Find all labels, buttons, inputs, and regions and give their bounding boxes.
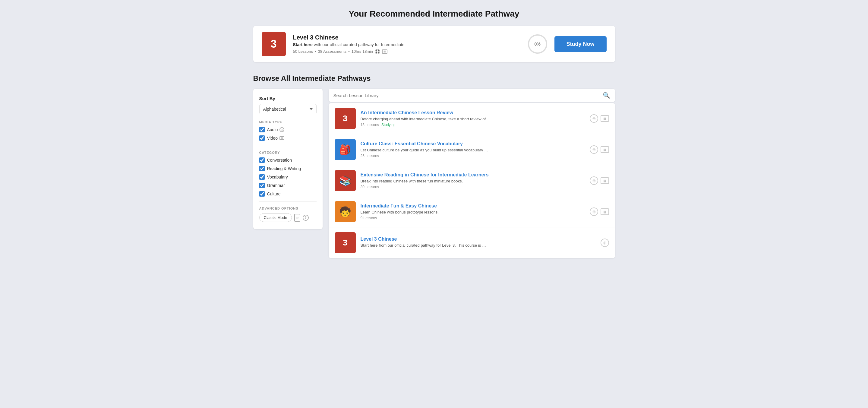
lesson-meta-0: 13 Lessons Studying <box>361 123 585 127</box>
video-checkbox[interactable] <box>259 135 265 141</box>
list-item: 🎒 Culture Class: Essential Chinese Vocab… <box>329 134 615 165</box>
conversation-label[interactable]: Conversation <box>267 158 292 162</box>
level-badge: 3 <box>262 32 286 56</box>
page-recommended-title: Your Recommended Intermediate Pathway <box>12 9 856 19</box>
category-vocabulary-row: Vocabulary <box>259 174 316 180</box>
list-item: 🧒 Intermediate Fun & Easy Chinese Learn … <box>329 196 615 227</box>
lesson-content-3: Intermediate Fun & Easy Chinese Learn Ch… <box>361 203 585 220</box>
category-reading-writing-row: Reading & Writing <box>259 166 316 171</box>
reading-writing-checkbox[interactable] <box>259 166 265 171</box>
audio-icon: ◎ <box>279 127 284 132</box>
lesson-content-4: Level 3 Chinese Start here from our offi… <box>361 237 596 249</box>
search-icon[interactable]: 🔍 <box>603 92 610 99</box>
list-item: 3 An Intermediate Chinese Lesson Review … <box>329 103 615 134</box>
lesson-actions-1: ◎ ▦ <box>590 145 609 154</box>
lesson-audio-icon-1[interactable]: ◎ <box>590 145 598 154</box>
reading-writing-label[interactable]: Reading & Writing <box>267 166 301 171</box>
recommended-info: Level 3 Chinese Start here with our offi… <box>293 34 521 54</box>
lesson-thumb-4: 3 <box>335 232 356 253</box>
recommended-start-here: Start here with our official curated pat… <box>293 42 521 47</box>
browse-title: Browse All Intermediate Pathways <box>253 74 615 83</box>
lesson-desc-2: Break into reading Chinese with these fu… <box>361 179 585 183</box>
video-icon: ▦ <box>279 136 284 140</box>
lesson-desc-0: Before charging ahead with intermediate … <box>361 117 585 121</box>
progress-circle: 0% <box>528 34 547 54</box>
lesson-list: 3 An Intermediate Chinese Lesson Review … <box>329 103 615 258</box>
audio-meta-icon: 🎧 <box>375 49 380 54</box>
lesson-meta-2: 30 Lessons <box>361 185 585 189</box>
lesson-audio-icon-0[interactable]: ◎ <box>590 114 598 123</box>
lesson-meta-1: 25 Lessons <box>361 154 585 158</box>
category-conversation-row: Conversation <box>259 157 316 163</box>
lesson-actions-4: ◎ <box>600 239 609 247</box>
video-checkbox-row: Video ▦ <box>259 135 316 141</box>
lesson-audio-icon-3[interactable]: ◎ <box>590 208 598 216</box>
lesson-list-container: 🔍 3 An Intermediate Chinese Lesson Revie… <box>329 89 615 258</box>
conversation-checkbox[interactable] <box>259 157 265 163</box>
divider-2 <box>259 201 316 202</box>
classic-mode-button[interactable]: Classic Mode <box>259 213 292 222</box>
browse-layout: Sort By Alphabetical Most Recent Most Po… <box>253 89 615 258</box>
lesson-title-3[interactable]: Intermediate Fun & Easy Chinese <box>361 203 585 209</box>
audio-label[interactable]: Audio ◎ <box>267 127 285 132</box>
video-meta-icon: ▦ <box>382 50 388 54</box>
media-type-label: MEDIA TYPE <box>259 120 316 124</box>
search-bar: 🔍 <box>329 89 615 102</box>
search-input[interactable] <box>334 93 600 98</box>
recommended-pathway-card: 3 Level 3 Chinese Start here with our of… <box>253 26 615 62</box>
lesson-video-icon-3[interactable]: ▦ <box>600 208 609 215</box>
divider-1 <box>259 146 316 146</box>
list-item: 3 Level 3 Chinese Start here from our of… <box>329 227 615 258</box>
studying-badge-0: Studying <box>381 123 396 127</box>
lesson-actions-0: ◎ ▦ <box>590 114 609 123</box>
category-label: CATEGORY <box>259 151 316 154</box>
lesson-thumb-2: 📚 <box>335 170 356 191</box>
lesson-desc-4: Start here from our official curated pat… <box>361 243 596 248</box>
lesson-desc-3: Learn Chinese with bonus prototype lesso… <box>361 210 585 214</box>
advanced-section: ADVANCED OPTIONS Classic Mode ▭ ? <box>259 207 316 222</box>
culture-label[interactable]: Culture <box>267 191 281 196</box>
lesson-content-2: Extensive Reading in Chinese for Interme… <box>361 172 585 189</box>
lesson-audio-icon-2[interactable]: ◎ <box>590 177 598 185</box>
culture-checkbox[interactable] <box>259 191 265 197</box>
lesson-video-icon-1[interactable]: ▦ <box>600 146 609 153</box>
study-now-button[interactable]: Study Now <box>554 36 607 52</box>
lesson-title-2[interactable]: Extensive Reading in Chinese for Interme… <box>361 172 585 178</box>
info-icon[interactable]: ? <box>303 215 309 221</box>
lesson-actions-2: ◎ ▦ <box>590 177 609 185</box>
lesson-actions-3: ◎ ▦ <box>590 208 609 216</box>
grammar-label[interactable]: Grammar <box>267 183 285 188</box>
audio-checkbox-row: Audio ◎ <box>259 127 316 132</box>
grammar-checkbox[interactable] <box>259 183 265 188</box>
recommended-course-title: Level 3 Chinese <box>293 34 521 41</box>
advanced-options-label: ADVANCED OPTIONS <box>259 207 316 210</box>
lesson-content-1: Culture Class: Essential Chinese Vocabul… <box>361 141 585 158</box>
lesson-thumb-0: 3 <box>335 108 356 129</box>
lesson-thumb-1: 🎒 <box>335 139 356 160</box>
audio-checkbox[interactable] <box>259 127 265 132</box>
sort-select[interactable]: Alphabetical Most Recent Most Popular <box>259 104 316 114</box>
lesson-title-4[interactable]: Level 3 Chinese <box>361 237 596 242</box>
vocabulary-label[interactable]: Vocabulary <box>267 175 288 180</box>
lesson-title-1[interactable]: Culture Class: Essential Chinese Vocabul… <box>361 141 585 147</box>
vocabulary-checkbox[interactable] <box>259 174 265 180</box>
category-culture-row: Culture <box>259 191 316 197</box>
sidebar: Sort By Alphabetical Most Recent Most Po… <box>253 89 322 229</box>
lesson-video-icon-0[interactable]: ▦ <box>600 115 609 122</box>
lesson-video-icon-2[interactable]: ▦ <box>600 177 609 184</box>
list-item: 📚 Extensive Reading in Chinese for Inter… <box>329 165 615 196</box>
lesson-title-0[interactable]: An Intermediate Chinese Lesson Review <box>361 110 585 116</box>
device-icon: ▭ <box>294 214 300 222</box>
recommended-meta: 50 Lessons • 38 Assessments • 10hrs 18mi… <box>293 49 521 54</box>
lesson-meta-3: 9 Lessons <box>361 216 585 220</box>
lesson-audio-icon-4[interactable]: ◎ <box>600 239 609 247</box>
category-grammar-row: Grammar <box>259 183 316 188</box>
lesson-content-0: An Intermediate Chinese Lesson Review Be… <box>361 110 585 127</box>
lesson-thumb-3: 🧒 <box>335 201 356 222</box>
lesson-desc-1: Let Chinese culture be your guide as you… <box>361 148 585 152</box>
classic-mode-row: Classic Mode ▭ ? <box>259 213 316 222</box>
sort-by-label: Sort By <box>259 96 316 101</box>
video-label[interactable]: Video ▦ <box>267 136 285 140</box>
